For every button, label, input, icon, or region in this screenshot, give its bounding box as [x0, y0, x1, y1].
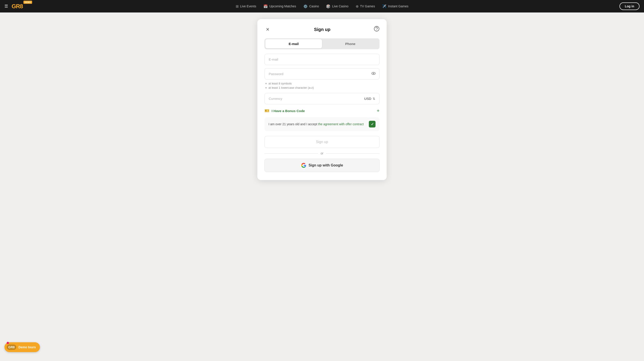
- currency-value: USD ⇅: [364, 97, 375, 100]
- modal-header: ✕ Sign up: [264, 26, 380, 33]
- navbar-right: Log in: [620, 2, 640, 10]
- agreement-text-before: I am over 21 years old and I accept: [268, 122, 318, 126]
- tab-container: E-mail Phone: [264, 38, 380, 49]
- demo-tours-notification-dot: [7, 342, 9, 344]
- tv-games-icon: ⊕: [356, 4, 358, 8]
- nav-item-live-casino[interactable]: 🎲 Live Casino: [326, 4, 348, 8]
- upcoming-matches-icon: 📅: [263, 4, 268, 8]
- hint-dot-length: [265, 83, 267, 84]
- nav-label-live-casino: Live Casino: [332, 4, 348, 8]
- nav-label-instant-games: Instant Games: [388, 4, 408, 8]
- password-toggle-icon[interactable]: [371, 71, 376, 77]
- nav-label-tv-games: TV Games: [360, 4, 375, 8]
- agreement-checkbox[interactable]: ✓: [369, 121, 376, 127]
- agreement-text: I am over 21 years old and I accept the …: [268, 122, 365, 127]
- live-casino-icon: 🎲: [326, 4, 330, 8]
- currency-selector[interactable]: Currency USD ⇅: [264, 93, 380, 104]
- hint-item-length: at least 8 symbols: [265, 82, 380, 85]
- currency-arrows-icon: ⇅: [372, 97, 375, 100]
- agreement-box: I am over 21 years old and I accept the …: [264, 117, 380, 131]
- nav-item-casino[interactable]: ⚙️ Casino: [303, 4, 319, 8]
- navbar: ☰ GR8 DEMO ⊞ Live Events 📅 Upcoming Matc…: [0, 0, 644, 12]
- nav-item-live-events[interactable]: ⊞ Live Events: [236, 4, 256, 8]
- tab-email[interactable]: E-mail: [265, 39, 322, 48]
- login-button[interactable]: Log in: [620, 2, 640, 10]
- bonus-code-row[interactable]: 🎫 I Have a Bonus Code +: [264, 108, 380, 114]
- google-icon: [301, 163, 306, 168]
- demo-tours-badge[interactable]: GR8 Demo tours: [4, 342, 40, 352]
- svg-point-1: [376, 30, 377, 30]
- bonus-code-expand-icon: +: [377, 108, 380, 114]
- hint-dot-lowercase: [265, 87, 267, 88]
- hamburger-menu-icon[interactable]: ☰: [4, 4, 8, 9]
- svg-point-2: [372, 72, 376, 75]
- or-divider: or: [264, 152, 380, 155]
- or-line-left: [264, 153, 318, 154]
- bonus-code-icon: 🎫: [264, 108, 269, 113]
- agreement-link[interactable]: the agreement with offer contract: [318, 122, 364, 126]
- email-input[interactable]: [264, 54, 380, 65]
- demo-tours-label: Demo tours: [18, 346, 36, 349]
- nav-label-live-events: Live Events: [240, 4, 256, 8]
- modal-title: Sign up: [314, 27, 330, 32]
- casino-icon: ⚙️: [303, 4, 308, 8]
- navbar-left: ☰ GR8 DEMO: [4, 3, 32, 9]
- bonus-code-left: 🎫 I Have a Bonus Code: [264, 108, 305, 113]
- instant-games-icon: ✈️: [382, 4, 386, 8]
- logo-text: GR8: [12, 3, 23, 9]
- hint-text-lowercase: at least 1 lowercase character (a-z): [268, 86, 314, 89]
- password-input[interactable]: [264, 68, 380, 79]
- bonus-code-label: I Have a Bonus Code: [272, 109, 305, 113]
- checkmark-icon: ✓: [371, 122, 374, 126]
- nav-item-instant-games[interactable]: ✈️ Instant Games: [382, 4, 408, 8]
- google-signup-button[interactable]: Sign up with Google: [264, 159, 380, 172]
- nav-label-casino: Casino: [309, 4, 319, 8]
- live-events-icon: ⊞: [236, 4, 238, 8]
- currency-label: Currency: [269, 97, 282, 100]
- or-text: or: [321, 152, 323, 155]
- nav-item-tv-games[interactable]: ⊕ TV Games: [356, 4, 375, 8]
- page-background: ✕ Sign up E-mail Phone: [0, 12, 644, 361]
- or-line-right: [326, 153, 380, 154]
- demo-badge: DEMO: [24, 1, 32, 4]
- support-icon[interactable]: [374, 26, 380, 33]
- hint-text-length: at least 8 symbols: [268, 82, 292, 85]
- currency-code: USD: [364, 97, 371, 100]
- password-hints: at least 8 symbols at least 1 lowercase …: [264, 82, 380, 89]
- tab-phone[interactable]: Phone: [322, 39, 379, 48]
- signup-button[interactable]: Sign up: [264, 136, 380, 148]
- hint-item-lowercase: at least 1 lowercase character (a-z): [265, 86, 380, 89]
- navbar-center: ⊞ Live Events 📅 Upcoming Matches ⚙️ Casi…: [236, 4, 408, 8]
- logo-container: GR8 DEMO: [12, 3, 32, 9]
- close-icon[interactable]: ✕: [264, 27, 271, 32]
- demo-tours-logo: GR8: [7, 345, 16, 350]
- password-wrapper: [264, 68, 380, 79]
- nav-item-upcoming-matches[interactable]: 📅 Upcoming Matches: [263, 4, 296, 8]
- google-signup-label: Sign up with Google: [308, 163, 343, 167]
- signup-modal: ✕ Sign up E-mail Phone: [257, 19, 387, 180]
- svg-point-3: [373, 73, 374, 74]
- nav-label-upcoming-matches: Upcoming Matches: [269, 4, 296, 8]
